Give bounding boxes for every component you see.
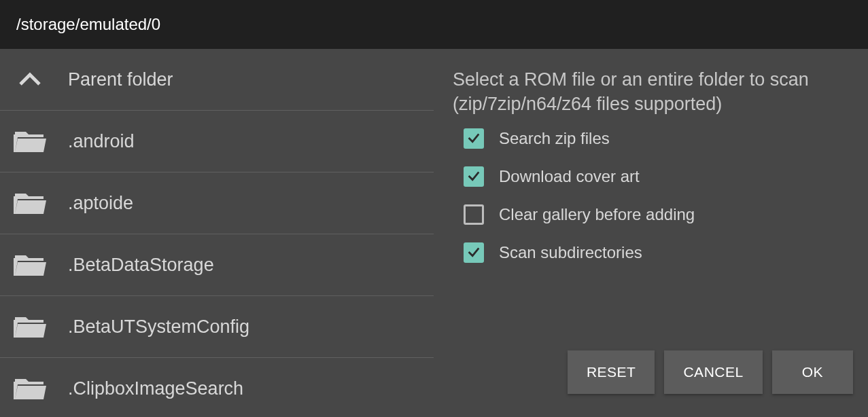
- clear-gallery-checkbox[interactable]: Clear gallery before adding: [464, 204, 856, 225]
- parent-folder-item[interactable]: Parent folder: [0, 49, 434, 111]
- reset-button[interactable]: RESET: [568, 350, 655, 394]
- body: Parent folder .android .aptoide: [0, 49, 868, 417]
- scan-subdirectories-checkbox[interactable]: Scan subdirectories: [464, 242, 856, 263]
- checkbox-label: Download cover art: [499, 167, 640, 186]
- checkbox-label: Scan subdirectories: [499, 243, 642, 262]
- folder-item[interactable]: .android: [0, 111, 434, 173]
- folder-item[interactable]: .aptoide: [0, 173, 434, 234]
- folder-icon: [14, 312, 46, 341]
- button-row: RESET CANCEL OK: [453, 350, 856, 405]
- file-list: Parent folder .android .aptoide: [0, 49, 434, 417]
- folder-name: .aptoide: [68, 193, 133, 214]
- parent-folder-label: Parent folder: [68, 69, 173, 90]
- chevron-up-icon: [14, 65, 46, 94]
- checkbox-list: Search zip files Download cover art Clea…: [453, 128, 856, 263]
- folder-item[interactable]: .ClipboxImageSearch: [0, 358, 434, 417]
- checkbox-checked-icon: [464, 242, 484, 263]
- ok-button[interactable]: OK: [772, 350, 853, 394]
- folder-icon: [14, 251, 46, 279]
- path-header: /storage/emulated/0: [0, 0, 868, 49]
- checkbox-checked-icon: [464, 166, 484, 187]
- checkbox-label: Clear gallery before adding: [499, 205, 695, 224]
- checkbox-checked-icon: [464, 128, 484, 149]
- folder-item[interactable]: .BetaDataStorage: [0, 234, 434, 296]
- download-cover-art-checkbox[interactable]: Download cover art: [464, 166, 856, 187]
- search-zip-checkbox[interactable]: Search zip files: [464, 128, 856, 149]
- folder-name: .BetaUTSystemConfig: [68, 316, 249, 338]
- folder-icon: [14, 374, 46, 403]
- folder-item[interactable]: .BetaUTSystemConfig: [0, 296, 434, 358]
- checkbox-label: Search zip files: [499, 129, 610, 148]
- cancel-button[interactable]: CANCEL: [664, 350, 762, 394]
- folder-name: .ClipboxImageSearch: [68, 378, 243, 399]
- folder-name: .BetaDataStorage: [68, 255, 214, 276]
- instruction-text: Select a ROM file or an entire folder to…: [453, 68, 856, 116]
- current-path: /storage/emulated/0: [16, 15, 160, 33]
- folder-icon: [14, 189, 46, 217]
- folder-icon: [14, 127, 46, 156]
- options-panel: Select a ROM file or an entire folder to…: [434, 49, 868, 417]
- checkbox-unchecked-icon: [464, 204, 484, 225]
- folder-name: .android: [68, 131, 135, 152]
